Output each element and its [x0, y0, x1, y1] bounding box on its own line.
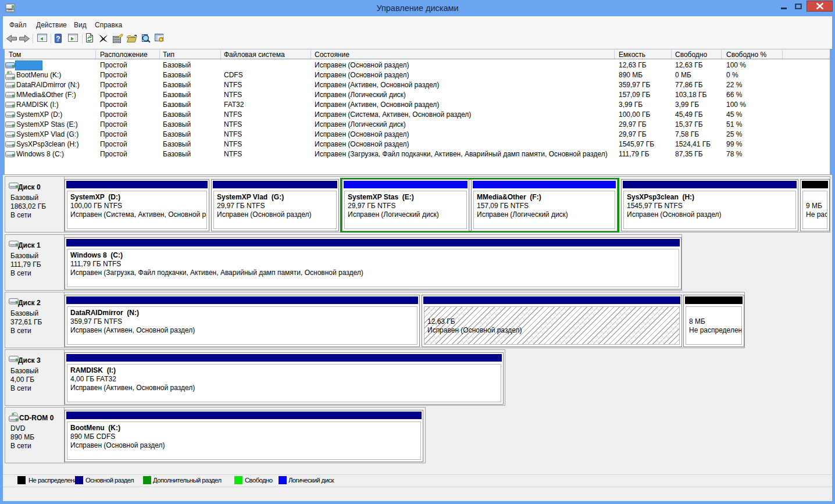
svg-text:?: ?: [56, 35, 60, 43]
